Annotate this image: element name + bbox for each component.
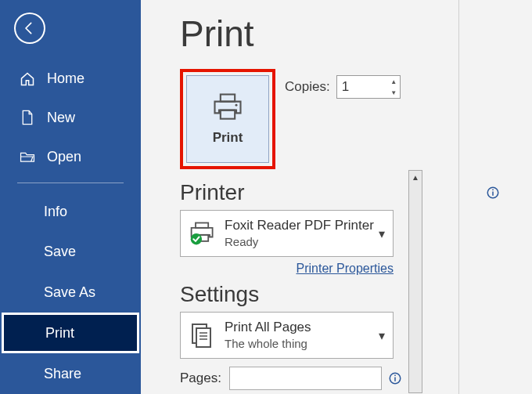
svg-rect-0 [221, 95, 235, 102]
sidebar-label: Info [44, 204, 67, 220]
svg-rect-1 [221, 110, 235, 119]
sidebar-label: Share [44, 366, 81, 382]
pages-label: Pages: [180, 371, 223, 386]
print-button-highlight: Print [180, 69, 275, 169]
settings-heading: Settings [180, 282, 505, 307]
printer-properties-link[interactable]: Printer Properties [297, 262, 394, 275]
pages-icon [187, 322, 218, 349]
pages-info-icon[interactable] [388, 371, 402, 385]
settings-scrollbar[interactable]: ▲ [408, 170, 422, 393]
sidebar-item-new[interactable]: New [0, 99, 141, 138]
copies-value[interactable]: 1 [337, 76, 387, 98]
print-scope-dropdown[interactable]: Print All Pages The whole thing ▾ [180, 312, 394, 359]
folder-open-icon [17, 150, 38, 164]
sidebar-label: Save As [44, 284, 95, 301]
preview-divider [458, 0, 459, 394]
arrow-left-icon [22, 20, 38, 36]
home-icon [17, 71, 38, 87]
sidebar-item-open[interactable]: Open [0, 137, 141, 176]
printer-heading: Printer [180, 180, 244, 205]
new-doc-icon [17, 110, 38, 125]
scope-title: Print All Pages [225, 319, 379, 336]
back-button[interactable] [14, 13, 45, 44]
svg-point-8 [191, 233, 202, 244]
sidebar-separator [17, 183, 124, 183]
printer-dropdown[interactable]: Foxit Reader PDF Printer Ready ▾ [180, 210, 394, 257]
sidebar-label: Save [44, 244, 76, 260]
sidebar-item-info[interactable]: Info [0, 191, 141, 232]
sidebar-label: New [47, 110, 75, 126]
page-title: Print [180, 13, 505, 55]
printer-name: Foxit Reader PDF Printer [225, 217, 379, 234]
backstage-sidebar: Home New Open Info Save Save As Print Sh… [0, 0, 141, 394]
copies-stepper[interactable]: 1 ▲ ▼ [336, 75, 401, 99]
copies-label: Copies: [285, 79, 330, 95]
svg-rect-5 [492, 190, 494, 191]
scroll-track[interactable] [409, 183, 422, 392]
printer-info-icon[interactable] [486, 186, 500, 200]
printer-icon [210, 92, 245, 122]
svg-point-2 [235, 104, 238, 107]
svg-rect-16 [394, 375, 396, 377]
spinner-up-icon[interactable]: ▲ [388, 76, 400, 87]
sidebar-item-save[interactable]: Save [0, 232, 141, 273]
printer-status-icon [187, 221, 218, 246]
sidebar-item-saveas[interactable]: Save As [0, 273, 141, 313]
sidebar-item-share[interactable]: Share [0, 353, 141, 394]
svg-rect-6 [196, 223, 208, 228]
sidebar-label: Open [47, 149, 81, 165]
copies-group: Copies: 1 ▲ ▼ [285, 75, 401, 99]
printer-status: Ready [225, 234, 379, 250]
svg-rect-15 [394, 378, 396, 381]
pages-input[interactable] [229, 367, 382, 390]
dropdown-caret-icon: ▾ [379, 328, 385, 343]
scroll-up-icon[interactable]: ▲ [409, 171, 422, 183]
svg-rect-4 [492, 192, 494, 196]
dropdown-caret-icon: ▾ [379, 226, 385, 241]
sidebar-label: Print [45, 325, 74, 342]
sidebar-label: Home [47, 70, 84, 87]
scope-subtitle: The whole thing [225, 336, 379, 352]
sidebar-item-print[interactable]: Print [2, 313, 139, 353]
print-button-label: Print [213, 130, 243, 146]
sidebar-item-home[interactable]: Home [0, 60, 141, 99]
print-pane: Print Print Copies: 1 [141, 0, 532, 394]
print-button[interactable]: Print [186, 75, 269, 163]
svg-rect-10 [196, 328, 210, 347]
spinner-down-icon[interactable]: ▼ [388, 87, 400, 98]
